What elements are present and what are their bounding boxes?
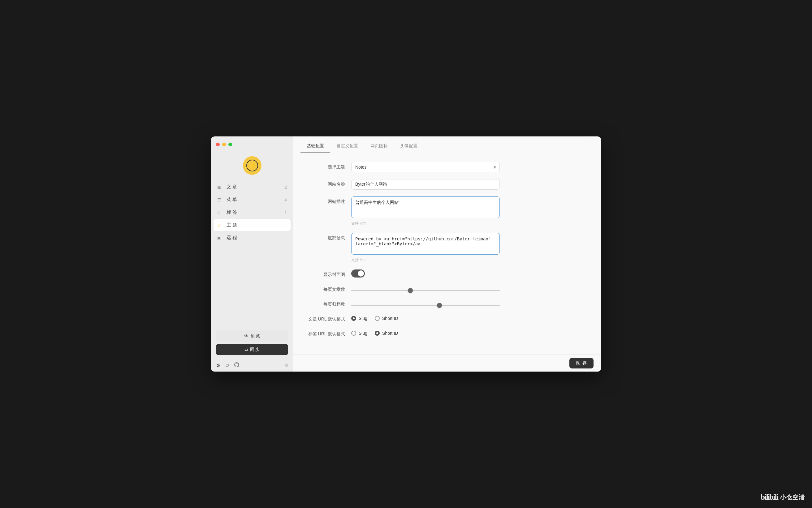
sync-button[interactable]: ⇄ 同 步: [216, 344, 288, 355]
description-textarea[interactable]: [351, 197, 500, 218]
minimize-button[interactable]: [222, 143, 226, 146]
tab-custom[interactable]: 自定义配置: [330, 141, 364, 153]
form-content: 选择主题 Notes ▾ 网站名称 网: [293, 153, 601, 354]
preview-label: 预 览: [250, 333, 260, 339]
remote-icon: ▣: [217, 236, 224, 240]
tag-url-radio-group: Slug Short ID: [351, 329, 586, 336]
description-label: 网站描述: [308, 197, 345, 205]
refresh-icon[interactable]: ↺: [225, 363, 229, 369]
tab-avatar[interactable]: 头像配置: [394, 141, 424, 153]
theme-select[interactable]: Notes: [351, 162, 500, 172]
footer-hint: 支持 Html: [351, 257, 586, 263]
traffic-lights: [216, 143, 232, 146]
sitename-row: 网站名称: [308, 179, 586, 189]
close-button[interactable]: [216, 143, 220, 146]
tag-url-slug-option[interactable]: Slug: [351, 331, 367, 336]
sidebar-item-label: 标 签: [226, 209, 285, 215]
menus-count: 4: [285, 197, 287, 202]
sidebar-navigation: ▦ 文 章 2 ☰ 菜 单 4 ◇ 标 签 1 ☆ 主 题 ▣ 远 程: [211, 181, 293, 327]
articles-per-page-label: 每页文章数: [308, 284, 345, 292]
archives-slider-wrapper: [351, 299, 500, 307]
article-url-shortid-radio[interactable]: [375, 316, 380, 321]
article-url-row: 文章 URL 默认格式 Slug Short ID: [308, 314, 586, 322]
article-url-radio-group: Slug Short ID: [351, 314, 586, 321]
sidebar-toolbar: ⚙ ↺: [211, 359, 293, 372]
theme-field: Notes ▾: [351, 162, 586, 172]
status-indicator: [285, 364, 288, 367]
articles-slider-wrapper: [351, 284, 500, 292]
article-url-field: Slug Short ID: [351, 314, 586, 321]
tab-bar: 基础配置 自定义配置 网页图标 头像配置: [293, 136, 601, 153]
articles-per-page-slider[interactable]: [351, 290, 500, 291]
tag-url-field: Slug Short ID: [351, 329, 586, 336]
logo-icon: ⚡: [243, 156, 261, 175]
sitename-input[interactable]: [351, 179, 500, 189]
sidebar-item-label: 远 程: [226, 235, 287, 241]
tags-count: 1: [285, 210, 287, 215]
maximize-button[interactable]: [228, 143, 232, 146]
tag-url-slug-radio[interactable]: [351, 331, 356, 336]
cover-label: 显示封面图: [308, 269, 345, 278]
channel-name: 小仓空渚: [780, 493, 805, 502]
theme-label: 选择主题: [308, 162, 345, 170]
article-url-slug-label: Slug: [359, 316, 367, 321]
main-content: 基础配置 自定义配置 网页图标 头像配置 选择主题 Notes ▾: [293, 136, 601, 372]
bilibili-watermark: bilibili 小仓空渚: [761, 493, 805, 502]
menus-icon: ☰: [217, 197, 224, 202]
titlebar: [211, 136, 293, 153]
tag-url-shortid-option[interactable]: Short ID: [375, 331, 398, 336]
article-url-label: 文章 URL 默认格式: [308, 314, 345, 322]
sidebar-item-remote[interactable]: ▣ 远 程: [214, 232, 291, 244]
footer-row: 底部信息 支持 Html: [308, 233, 586, 263]
cover-field: [351, 269, 586, 278]
articles-per-page-row: 每页文章数: [308, 284, 586, 292]
footer-textarea[interactable]: [351, 233, 500, 255]
archives-per-page-row: 每页归档数: [308, 299, 586, 307]
themes-icon: ☆: [217, 223, 224, 228]
articles-per-page-field: [351, 284, 586, 292]
tab-favicon[interactable]: 网页图标: [364, 141, 394, 153]
cover-toggle[interactable]: [351, 269, 365, 278]
tag-url-shortid-label: Short ID: [382, 331, 398, 336]
article-url-shortid-option[interactable]: Short ID: [375, 316, 398, 321]
description-field: 支持 Html: [351, 197, 586, 226]
archives-per-page-label: 每页归档数: [308, 299, 345, 307]
sidebar-bottom: 👁 预 览 ⇄ 同 步: [211, 327, 293, 359]
sitename-field: [351, 179, 586, 189]
archives-per-page-slider[interactable]: [351, 305, 500, 306]
sidebar-item-menus[interactable]: ☰ 菜 单 4: [214, 194, 291, 206]
sidebar-item-tags[interactable]: ◇ 标 签 1: [214, 206, 291, 218]
sidebar-item-label: 主 题: [226, 222, 287, 228]
tag-url-row: 标签 URL 默认格式 Slug Short ID: [308, 329, 586, 337]
sitename-label: 网站名称: [308, 179, 345, 187]
tags-icon: ◇: [217, 210, 224, 215]
theme-select-wrapper: Notes ▾: [351, 162, 500, 172]
github-icon[interactable]: [234, 362, 239, 369]
description-row: 网站描述 支持 Html: [308, 197, 586, 226]
sidebar: ⚡ ▦ 文 章 2 ☰ 菜 单 4 ◇ 标 签 1 ☆ 主 题: [211, 136, 293, 372]
archives-per-page-field: [351, 299, 586, 307]
sync-label: 同 步: [250, 347, 260, 352]
preview-button[interactable]: 👁 预 览: [216, 330, 288, 342]
footer-label: 底部信息: [308, 233, 345, 241]
cover-row: 显示封面图: [308, 269, 586, 278]
article-url-slug-option[interactable]: Slug: [351, 316, 367, 321]
article-url-slug-radio[interactable]: [351, 316, 356, 321]
sidebar-item-label: 菜 单: [226, 197, 285, 203]
footer-field: 支持 Html: [351, 233, 586, 263]
articles-count: 2: [285, 185, 287, 189]
description-hint: 支持 Html: [351, 221, 586, 226]
sidebar-item-themes[interactable]: ☆ 主 题: [214, 219, 291, 231]
svg-text:⚡: ⚡: [248, 162, 256, 169]
tag-url-shortid-radio[interactable]: [375, 331, 380, 336]
settings-icon[interactable]: ⚙: [216, 363, 220, 369]
toggle-knob: [358, 270, 364, 277]
sidebar-item-articles[interactable]: ▦ 文 章 2: [214, 181, 291, 193]
sidebar-item-label: 文 章: [226, 184, 285, 190]
footer-bar: 保 存: [293, 354, 601, 372]
articles-icon: ▦: [217, 185, 224, 189]
save-button[interactable]: 保 存: [569, 358, 594, 369]
theme-row: 选择主题 Notes ▾: [308, 162, 586, 172]
app-logo: ⚡: [211, 153, 293, 181]
tab-basic[interactable]: 基础配置: [300, 141, 330, 153]
